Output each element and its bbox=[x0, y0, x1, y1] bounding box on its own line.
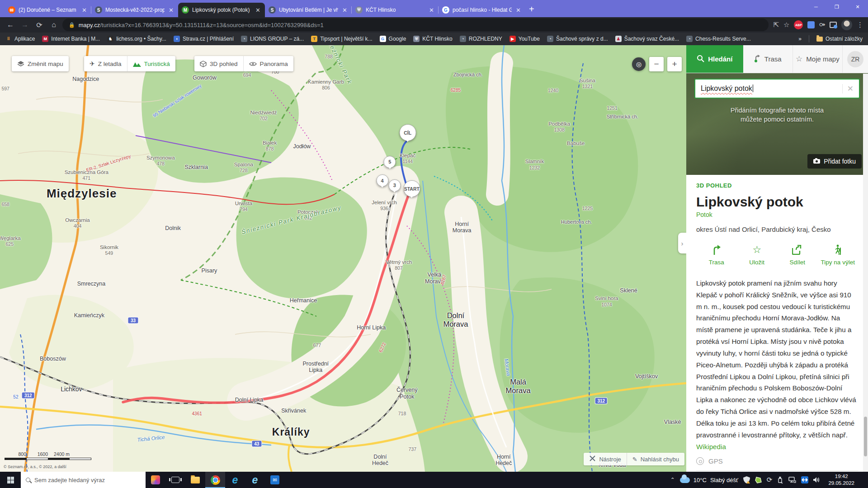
reload-button[interactable]: ⟳ bbox=[33, 19, 45, 31]
bookmark-item[interactable]: ♞lichess.org • Šachy... bbox=[107, 36, 166, 42]
add-photo-button[interactable]: Přidat fotku bbox=[807, 154, 862, 169]
back-button[interactable]: ← bbox=[5, 19, 16, 31]
window-controls: ─ ❐ ✕ bbox=[806, 0, 868, 14]
browser-tab[interactable]: ✉(2) Doručené – Seznam Email✕ bbox=[5, 3, 91, 17]
sync-icon[interactable]: ⟳ bbox=[767, 476, 773, 484]
panel-scrollbar[interactable] bbox=[863, 74, 868, 472]
place-type-link[interactable]: Potok bbox=[696, 211, 858, 218]
tab-moje-mapy[interactable]: ☆ Moje mapy bbox=[793, 45, 843, 73]
bookmark-item[interactable]: GGoogle bbox=[380, 36, 406, 42]
bookmark-item[interactable]: ⠿Aplikace bbox=[5, 36, 35, 42]
zoom-out-button[interactable]: − bbox=[649, 57, 664, 71]
taskbar-search[interactable]: Sem zadejte hledaný výraz bbox=[21, 472, 146, 488]
aerial-view-button[interactable]: ✈ Z letadla bbox=[84, 56, 127, 71]
sidebar-icon[interactable] bbox=[830, 22, 837, 28]
bookmarks-overflow-chevron[interactable]: » bbox=[798, 36, 802, 42]
bookmark-item[interactable]: TTipsport | Největší k... bbox=[311, 36, 372, 42]
tab-hledani[interactable]: Hledání bbox=[686, 45, 743, 73]
clear-search-icon[interactable]: ✕ bbox=[842, 84, 854, 94]
profile-avatar[interactable] bbox=[841, 19, 852, 30]
browser-tab[interactable]: Gpočasí hlinsko - Hledat Googlem✕ bbox=[439, 3, 525, 17]
bookmark-item[interactable]: ▶YouTube bbox=[509, 36, 540, 42]
adblock-extension-icon[interactable]: ABP bbox=[794, 20, 803, 29]
file-explorer-button[interactable] bbox=[185, 472, 205, 488]
hidden-icons-chevron[interactable]: ⌃ bbox=[670, 477, 675, 483]
bookmark-item[interactable]: ◖Strava.cz | Přihlášení bbox=[174, 36, 234, 42]
action-trasa[interactable]: Trasa bbox=[696, 244, 737, 267]
view-3d-link[interactable]: 3D POHLED bbox=[696, 182, 858, 189]
gps-row[interactable]: GPS bbox=[696, 453, 858, 471]
network-icon[interactable] bbox=[788, 477, 796, 483]
zoom-in-button[interactable]: + bbox=[667, 57, 682, 71]
route-marker-5[interactable]: 5 bbox=[384, 156, 396, 168]
bookmark-item[interactable]: ♟Šachový svaz České... bbox=[615, 36, 679, 42]
start-button[interactable] bbox=[0, 472, 21, 488]
volume-icon[interactable] bbox=[813, 477, 821, 483]
route-marker-start[interactable]: START bbox=[403, 180, 420, 197]
tab-close-icon[interactable]: ✕ bbox=[168, 7, 175, 14]
extensions-puzzle-icon[interactable]: ⚩ bbox=[819, 21, 825, 29]
security-shield-icon[interactable] bbox=[743, 476, 750, 483]
action-sdilet[interactable]: Sdílet bbox=[777, 244, 818, 267]
internet-explorer-button[interactable]: e bbox=[245, 472, 265, 488]
tourist-map-button[interactable]: Turistická bbox=[127, 56, 175, 71]
menu-dots-icon[interactable]: ⋮ bbox=[857, 21, 863, 29]
view-3d-button[interactable]: 3D pohled bbox=[194, 56, 243, 71]
route-marker-4[interactable]: 4 bbox=[376, 174, 388, 187]
home-button[interactable]: ⌂ bbox=[48, 19, 60, 31]
taskbar-clock[interactable]: 19:42 29.05.2022 bbox=[826, 473, 857, 487]
search-input-value[interactable]: Lipkovský potok bbox=[701, 84, 839, 93]
tab-close-icon[interactable]: ✕ bbox=[428, 7, 435, 14]
bookmark-item[interactable]: ◔Chess-Results Serve... bbox=[686, 36, 751, 42]
route-marker-cíl[interactable]: CÍL bbox=[399, 124, 416, 141]
bookmark-item[interactable]: MInternet Banka | M... bbox=[42, 36, 100, 42]
tools-button[interactable]: Nástroje bbox=[584, 453, 626, 465]
bookmark-item[interactable]: ◔ROZHLEDNY bbox=[460, 36, 502, 42]
tab-close-icon[interactable]: ✕ bbox=[81, 7, 88, 14]
tab-close-icon[interactable]: ✕ bbox=[255, 7, 261, 14]
forward-button[interactable]: → bbox=[19, 19, 31, 31]
task-view-button[interactable] bbox=[165, 472, 185, 488]
new-tab-button[interactable]: + bbox=[529, 4, 534, 14]
extension-icon[interactable] bbox=[807, 21, 815, 28]
map-search-box[interactable]: Lipkovský potok ✕ bbox=[694, 79, 860, 99]
bookmark-item[interactable]: ⛨KČT Hlinsko bbox=[413, 36, 452, 42]
route-marker-3[interactable]: 3 bbox=[388, 179, 401, 192]
chrome-button[interactable] bbox=[205, 472, 225, 488]
tab-close-icon[interactable]: ✕ bbox=[341, 7, 348, 14]
browser-tab[interactable]: ⛨KČT Hlinsko✕ bbox=[352, 3, 439, 17]
pinned-app-colorful[interactable] bbox=[146, 472, 165, 488]
map-canvas[interactable]: MiędzylesieKrálíkyNagodziceGoworówSzklar… bbox=[0, 45, 686, 472]
bookmark-item[interactable]: ◔LIONS GROUP – zá... bbox=[241, 36, 304, 42]
edge-button[interactable]: e bbox=[225, 472, 245, 488]
share-icon[interactable]: ⇱ bbox=[773, 21, 779, 29]
cube-icon bbox=[200, 61, 207, 67]
bookmark-item[interactable]: ◔Šachové správy z d... bbox=[547, 36, 608, 42]
wikipedia-link[interactable]: Wikipedia bbox=[696, 443, 726, 450]
address-bar[interactable]: 🔒 mapy.cz/turisticka?x=16.7663913&y=50.1… bbox=[62, 19, 769, 31]
panorama-button[interactable]: Panorama bbox=[243, 56, 293, 71]
bookmark-star-icon[interactable]: ☆ bbox=[783, 21, 789, 29]
close-button[interactable]: ✕ bbox=[847, 0, 868, 14]
tab-trasa[interactable]: Trasa bbox=[743, 45, 793, 73]
browser-tab[interactable]: MLipkovský potok (Potok) • Mapy.c✕ bbox=[178, 3, 265, 17]
action-ulozit[interactable]: ☆ Uložit bbox=[737, 244, 778, 267]
scrollbar-thumb[interactable] bbox=[864, 417, 867, 456]
usb-icon[interactable] bbox=[777, 476, 783, 483]
browser-tab[interactable]: SMostecká-věž-2022-propozice.p✕ bbox=[91, 3, 178, 17]
mail-app-button[interactable]: ✉ bbox=[265, 472, 285, 488]
tab-close-icon[interactable]: ✕ bbox=[515, 7, 522, 14]
panel-collapse-handle[interactable]: › bbox=[678, 233, 686, 253]
taskbar-weather[interactable]: 10°C Slabý déšť bbox=[680, 477, 738, 483]
report-error-button[interactable]: ✎ Nahlásit chybu bbox=[627, 453, 684, 465]
minimize-button[interactable]: ─ bbox=[806, 0, 826, 14]
teamviewer-icon[interactable] bbox=[801, 476, 808, 483]
change-map-button[interactable]: Změnit mapu bbox=[12, 56, 69, 71]
other-bookmarks[interactable]: Ostatní záložky bbox=[816, 36, 863, 42]
browser-tab[interactable]: SUbytování Betlém | Je vhodné pr✕ bbox=[265, 3, 352, 17]
action-tipy-na-vylet[interactable]: Tipy na výlet bbox=[818, 244, 859, 267]
locate-button[interactable]: ◎ bbox=[632, 57, 646, 71]
green-app-icon[interactable] bbox=[755, 477, 762, 483]
account-avatar[interactable]: ZR bbox=[847, 51, 863, 67]
maximize-button[interactable]: ❐ bbox=[826, 0, 847, 14]
